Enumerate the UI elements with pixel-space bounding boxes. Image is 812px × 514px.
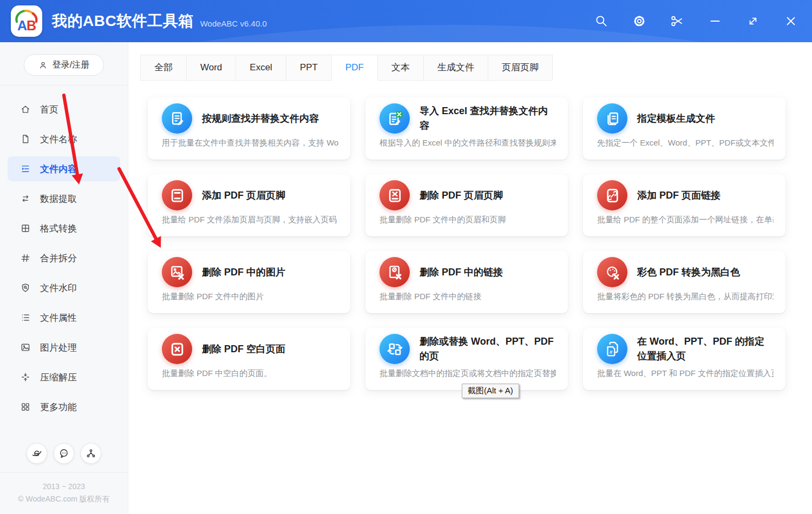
insert-page-icon: # [597,334,627,364]
card-title: 删除 PDF 中的图片 [202,265,285,280]
sidebar-item-label: 文件内容 [40,163,77,175]
link-delete-icon [379,257,410,287]
screenshot-tooltip: 截图(Alt + A) [462,384,519,398]
close-button[interactable] [784,14,798,28]
tab-word[interactable]: Word [186,55,236,81]
sidebar-item-merge-split[interactable]: 合并拆分 [8,246,120,271]
card-doc-edit-excel[interactable]: 导入 Excel 查找并替换文件内容根据导入的 Excel 中的文件路径和查找替… [365,97,568,160]
card-link-delete[interactable]: 删除 PDF 中的链接批量删除 PDF 文件中的链接 [365,251,568,313]
card-description: 批量给 PDF 文件添加页眉与页脚，支持嵌入页码 [162,215,338,225]
card-title: 导入 Excel 查找并替换文件内容 [420,104,556,133]
card-description: 批量删除文档中的指定页或将文档中的指定页替换为 [379,368,556,379]
image-delete-icon [162,257,192,287]
close-icon [784,14,798,28]
browser-button[interactable] [27,443,47,464]
card-description: 批量将彩色的 PDF 转换为黑白色，从而提高打印速 [597,292,774,302]
sidebar-item-file-name[interactable]: 文件名称 [8,127,120,151]
browser-icon [31,448,42,459]
sidebar-item-watermark[interactable]: 文件水印 [8,275,120,300]
person-icon [38,61,48,70]
watermark-icon [20,282,31,293]
tool-card-grid: 按规则查找并替换文件内容用于批量在文件中查找并替换相关内容，支持 Word导入 … [148,97,812,390]
card-head: 彩色 PDF 转换为黑白色 [597,256,774,288]
card-title: 指定模板生成文件 [637,111,715,126]
tab-header-footer[interactable]: 页眉页脚 [488,55,553,81]
card-head: 删除 PDF 页眉页脚 [379,180,556,211]
share-network-button[interactable] [81,443,101,464]
sidebar-item-image-process[interactable]: 图片处理 [8,335,120,360]
card-head: 导入 Excel 查找并替换文件内容 [379,103,556,134]
tab-generate-file[interactable]: 生成文件 [423,55,488,81]
feedback-chat-button[interactable] [54,443,74,464]
svg-text:#: # [610,348,613,354]
card-description: 用于批量在文件中查找并替换相关内容，支持 Word [162,138,338,148]
sidebar-item-file-props[interactable]: 文件属性 [8,305,120,330]
sidebar-item-compress[interactable]: 压缩解压 [8,365,120,390]
sidebar-item-label: 数据提取 [40,193,77,205]
sidebar-item-label: 图片处理 [40,341,77,354]
search-button[interactable] [594,14,608,28]
card-header-footer-delete[interactable]: 删除 PDF 页眉页脚批量删除 PDF 文件中的页眉和页脚 [365,174,568,236]
card-doc-stack[interactable]: 指定模板生成文件先指定一个 Excel、Word、PPT、PDF或文本文件作 [583,97,785,160]
maximize-button[interactable] [746,14,760,28]
card-image-delete[interactable]: 删除 PDF 中的图片批量删除 PDF 文件中的图片 [148,251,350,313]
sidebar-footer-icons [0,443,128,464]
tab-text[interactable]: 文本 [377,55,424,81]
tab-ppt[interactable]: PPT [286,55,332,81]
sidebar-item-more-features[interactable]: 更多功能 [8,394,120,419]
tab-excel[interactable]: Excel [235,55,286,81]
card-head: 添加 PDF 页面链接 [597,180,774,211]
card-title: 删除或替换 Word、PPT、PDF 的页 [420,334,556,364]
card-title: 添加 PDF 页面链接 [637,188,721,203]
login-register-button[interactable]: 登录/注册 [24,54,104,76]
card-title: 删除 PDF 中的链接 [420,265,503,280]
tab-bar: 全部WordExcelPPTPDF文本生成文件页眉页脚 [140,55,812,81]
tab-pdf[interactable]: PDF [331,55,378,81]
logo-arc-icon [15,9,38,24]
title-bar: AB 我的ABC软件工具箱 WodeABC v6.40.0 [0,0,812,42]
sidebar-item-label: 文件名称 [40,133,77,146]
card-page-link-add[interactable]: 添加 PDF 页面链接批量给 PDF 的整个页面添加一个网址链接，在单击 [583,174,785,236]
sidebar-item-format-convert[interactable]: 格式转换 [8,216,120,241]
doc-edit-icon [162,103,192,134]
sidebar-item-label: 压缩解压 [40,371,77,384]
card-color-to-bw[interactable]: 彩色 PDF 转换为黑白色批量将彩色的 PDF 转换为黑白色，从而提高打印速 [583,251,785,313]
doc-edit-excel-icon [379,103,410,134]
card-title: 删除 PDF 页眉页脚 [420,188,503,203]
card-head: 删除 PDF 中的图片 [162,256,338,288]
sidebar-item-label: 文件水印 [40,282,77,294]
card-swap-pages[interactable]: 删除或替换 Word、PPT、PDF 的页批量删除文档中的指定页或将文档中的指定… [365,328,568,390]
sidebar-item-file-content[interactable]: 文件内容 [8,156,120,181]
card-header-footer-add[interactable]: 添加 PDF 页眉页脚批量给 PDF 文件添加页眉与页脚，支持嵌入页码 [148,174,350,236]
home-icon [20,104,31,115]
sidebar-footer: 2013 ~ 2023 © WodeABC.com 版权所有 [0,443,128,514]
sidebar-item-home[interactable]: 首页 [8,97,120,122]
swap-pages-icon [379,334,410,364]
card-blank-page-delete[interactable]: 删除 PDF 空白页面批量删除 PDF 中空白的页面。 [148,328,350,390]
format-convert-icon [20,223,31,234]
search-icon [594,14,608,28]
maximize-icon [746,14,760,28]
file-content-icon [20,163,31,174]
card-description: 批量给 PDF 的整个页面添加一个网址链接，在单击 [597,215,774,225]
card-title: 在 Word、PPT、PDF 的指定位置插入页 [637,334,774,364]
file-props-icon [20,312,31,323]
card-description: 先指定一个 Excel、Word、PPT、PDF或文本文件作 [597,138,774,148]
settings-icon [632,14,646,28]
sidebar-item-data-extract[interactable]: 数据提取 [8,186,120,211]
share-network-icon [86,448,96,459]
app-version: WodeABC v6.40.0 [200,19,267,28]
merge-split-icon [20,253,31,263]
card-insert-page[interactable]: #在 Word、PPT、PDF 的指定位置插入页批量在 Word、PPT 和 P… [583,328,785,390]
card-head: 删除 PDF 空白页面 [162,333,338,365]
card-doc-edit[interactable]: 按规则查找并替换文件内容用于批量在文件中查找并替换相关内容，支持 Word [148,97,350,160]
screenshot-scissors-button[interactable] [670,14,684,28]
tab-all[interactable]: 全部 [140,55,187,81]
card-title: 删除 PDF 空白页面 [202,342,285,357]
minimize-button[interactable] [708,14,722,28]
settings-button[interactable] [632,14,646,28]
card-description: 批量删除 PDF 文件中的链接 [379,292,556,302]
minimize-icon [708,14,722,28]
card-head: 指定模板生成文件 [597,103,774,134]
more-features-icon [20,401,31,412]
